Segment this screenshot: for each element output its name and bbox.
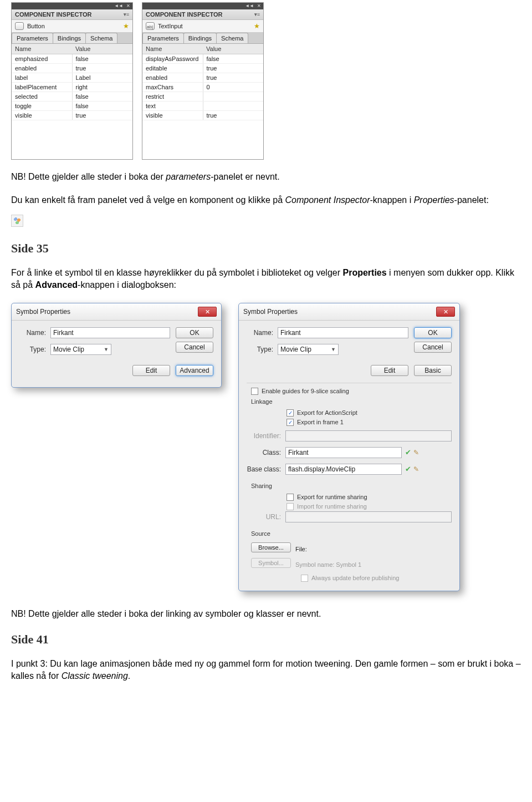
import-runtime-label: Import for runtime sharing (297, 503, 367, 510)
table-row: text (142, 101, 263, 111)
edit-button[interactable]: Edit (371, 365, 408, 376)
table-row: enabledtrue (142, 73, 263, 83)
component-name: TextInput (158, 23, 183, 29)
dialog-buttons-column: OK Cancel (414, 327, 452, 361)
inspector-panels-row: ◄◄ ✕ COMPONENT INSPECTOR ▾≡ Button ★ Par… (11, 0, 521, 160)
ok-button[interactable]: OK (414, 327, 452, 338)
paragraph-classic-tweening: I punkt 3: Du kan lage animasjonen både … (11, 658, 521, 683)
export-frame1-checkbox[interactable]: ✓ (287, 419, 294, 426)
table-row: togglefalse (12, 101, 132, 111)
paragraph-nb-parameters: NB! Dette gjelder alle steder i boka der… (11, 171, 521, 183)
base-class-label: Base class: (247, 465, 285, 473)
panel-filler (12, 120, 132, 159)
col-name: Name (12, 44, 72, 54)
type-label: Type: (247, 346, 278, 353)
component-inspector-toolbar-icon (11, 215, 23, 227)
panel-dock-icon[interactable]: ◄◄ (245, 4, 254, 8)
dialog-titlebar: Symbol Properties ✕ (12, 303, 221, 321)
button-component-icon (15, 22, 24, 30)
tab-parameters[interactable]: Parameters (142, 33, 184, 43)
cancel-button[interactable]: Cancel (414, 342, 452, 353)
class-label: Class: (247, 449, 285, 456)
dialog-title: Symbol Properties (243, 308, 298, 316)
component-type-row: TextInput ★ (142, 20, 263, 33)
advanced-button[interactable]: Advanced (176, 365, 213, 376)
check-icon: ✔ (405, 465, 411, 473)
table-row: labelPlacementright (12, 83, 132, 92)
component-type-row: Button ★ (12, 20, 132, 33)
export-runtime-checkbox[interactable] (287, 494, 294, 501)
dialog-body: Name: Firkant Type: Movie Clip ▼ OK Canc… (12, 321, 221, 387)
dialog-body: Name: Firkant Type: Movie Clip ▼ OK Canc… (239, 321, 459, 591)
edit-button[interactable]: Edit (132, 365, 170, 376)
panel-title: COMPONENT INSPECTOR (15, 11, 92, 18)
tab-parameters[interactable]: Parameters (12, 33, 53, 43)
table-row: maxChars0 (142, 83, 263, 92)
always-update-row: Always update before publishing (296, 573, 452, 583)
col-value: Value (72, 44, 132, 54)
pencil-icon[interactable]: ✎ (413, 465, 419, 473)
always-update-label: Always update before publishing (311, 575, 399, 581)
parameters-table: NameValue displayAsPasswordfalse editabl… (142, 44, 263, 120)
export-actionscript-label: Export for ActionScript (297, 409, 357, 416)
table-row: displayAsPasswordfalse (142, 54, 263, 64)
browse-button[interactable]: Browse... (251, 542, 291, 552)
panel-menu-icon[interactable]: ▾≡ (254, 12, 260, 17)
pin-icon[interactable]: ★ (123, 22, 129, 30)
tab-schema[interactable]: Schema (216, 33, 248, 43)
source-section-label: Source (247, 528, 452, 540)
close-icon[interactable]: ✕ (436, 307, 455, 317)
table-row: selectedfalse (12, 92, 132, 101)
base-class-field[interactable]: flash.display.MovieClip (285, 464, 402, 475)
pencil-icon[interactable]: ✎ (413, 449, 419, 456)
panel-close-icon[interactable]: ✕ (126, 4, 130, 8)
identifier-label: Identifier: (247, 432, 285, 440)
pin-icon[interactable]: ★ (254, 22, 260, 30)
basic-button[interactable]: Basic (414, 365, 452, 376)
panel-tabs: Parameters Bindings Schema (12, 33, 132, 44)
panel-topbar: ◄◄ ✕ (12, 3, 132, 9)
ok-button[interactable]: OK (176, 327, 213, 338)
identifier-field (285, 430, 452, 441)
panel-header: COMPONENT INSPECTOR ▾≡ (12, 9, 132, 20)
table-row: restrict (142, 92, 263, 101)
name-field[interactable]: Firkant (278, 327, 408, 338)
class-field[interactable]: Firkant (285, 447, 402, 458)
close-icon[interactable]: ✕ (198, 307, 217, 317)
panel-tabs: Parameters Bindings Schema (142, 33, 263, 44)
export-runtime-label: Export for runtime sharing (297, 494, 367, 500)
dialog-buttons-column: OK Cancel (176, 327, 213, 361)
export-frame1-label: Export in frame 1 (297, 419, 344, 425)
tab-bindings[interactable]: Bindings (183, 33, 217, 43)
enable-9slice-label: Enable guides for 9-slice scaling (262, 388, 349, 394)
parameters-table: NameValue emphasizedfalse enabledtrue la… (12, 44, 132, 120)
export-actionscript-checkbox[interactable]: ✓ (287, 409, 294, 417)
component-inspector-panel-textinput: ◄◄ ✕ COMPONENT INSPECTOR ▾≡ TextInput ★ … (142, 2, 264, 160)
enable-9slice-checkbox[interactable] (251, 388, 258, 395)
export-actionscript-row: ✓ Export for ActionScript (282, 408, 452, 418)
component-name: Button (27, 23, 45, 29)
symbol-row: Symbol... Symbol name: Symbol 1 (247, 556, 452, 571)
symbol-name-label: Symbol name: Symbol 1 (295, 561, 361, 568)
import-runtime-checkbox (287, 503, 294, 510)
panel-title: COMPONENT INSPECTOR (146, 11, 223, 18)
tab-bindings[interactable]: Bindings (53, 33, 86, 43)
dialog-title: Symbol Properties (16, 308, 70, 316)
sharing-section-label: Sharing (247, 480, 452, 493)
paragraph-symbol-link: For å linke et symbol til en klasse høyr… (11, 267, 521, 292)
type-label: Type: (19, 346, 50, 353)
type-select[interactable]: Movie Clip ▼ (278, 344, 339, 355)
panel-menu-icon[interactable]: ▾≡ (124, 12, 129, 17)
heading-side-35: Side 35 (11, 241, 521, 256)
table-row: visibletrue (142, 111, 263, 120)
tab-schema[interactable]: Schema (85, 33, 117, 43)
table-row: emphasizedfalse (12, 54, 132, 64)
col-value: Value (203, 44, 263, 54)
name-field[interactable]: Firkant (50, 327, 170, 338)
divider (247, 383, 452, 383)
panel-dock-icon[interactable]: ◄◄ (114, 4, 123, 8)
type-select[interactable]: Movie Clip ▼ (50, 344, 111, 355)
name-label: Name: (19, 329, 50, 337)
cancel-button[interactable]: Cancel (176, 342, 213, 353)
panel-close-icon[interactable]: ✕ (257, 4, 261, 8)
